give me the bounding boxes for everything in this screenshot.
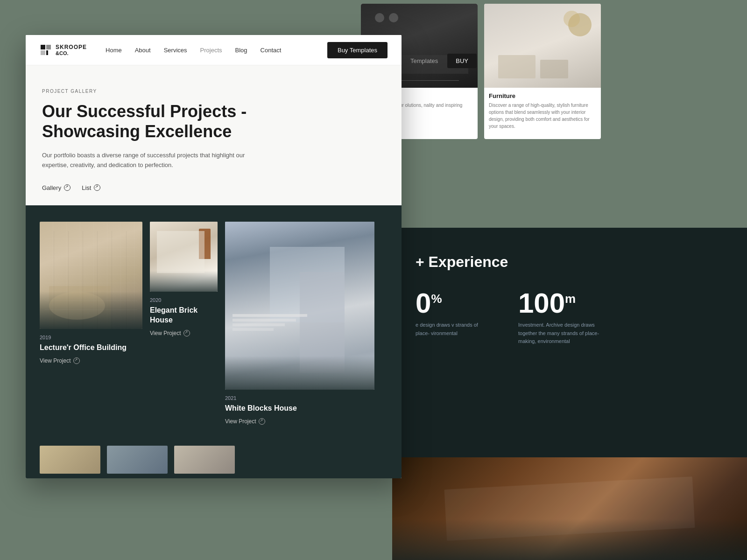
hero-links: Gallery List	[42, 184, 385, 191]
nav-blog[interactable]: Blog	[235, 47, 247, 54]
project-2-title: Elegant Brick House	[150, 306, 218, 325]
list-arrow-icon	[94, 184, 100, 191]
writing-img	[392, 457, 747, 560]
project-3-link[interactable]: View Project	[225, 418, 374, 425]
project-img-3	[225, 222, 374, 390]
bg-card-living: Furniture Discover a range of high-quali…	[484, 4, 601, 139]
logo-icon	[40, 44, 52, 56]
stat2-suffix: m	[565, 292, 576, 306]
buy-templates-button[interactable]: Buy Templates	[327, 42, 388, 58]
project-3-link-text: View Project	[225, 418, 256, 425]
thumb-3	[174, 446, 235, 474]
svg-rect-0	[41, 45, 45, 49]
project-3-arrow-icon	[259, 418, 265, 425]
bg-buy-button: BUY	[447, 54, 477, 68]
living-card-title: Furniture	[489, 92, 596, 99]
project-2-arrow-icon	[183, 330, 190, 336]
projects-section: 2019 Lecture'r Office Building View Proj…	[26, 205, 402, 441]
stat-2: 100m Investment. Archive design draws to…	[518, 289, 612, 346]
project-img-1	[40, 222, 142, 329]
svg-rect-2	[41, 50, 45, 55]
stats-row: 0% e design draws v strands of place- vi…	[416, 289, 724, 346]
thumb-1	[40, 446, 100, 474]
building-1-image	[40, 222, 142, 329]
white-blocks-image	[225, 222, 374, 390]
bg-experience-section: + Experience 0% e design draws v strands…	[392, 228, 747, 470]
nav-services[interactable]: Services	[164, 47, 187, 54]
gallery-arrow-icon	[64, 184, 70, 191]
thumb-2	[107, 446, 168, 474]
logo: SKROOPE &CO.	[40, 44, 87, 56]
nav-links: Home About Services Projects Blog Contac…	[106, 47, 327, 54]
project-1-year: 2019	[40, 335, 142, 340]
project-2-link[interactable]: View Project	[150, 330, 218, 336]
project-2-year: 2020	[150, 297, 218, 303]
nav-contact[interactable]: Contact	[261, 47, 282, 54]
project-card-2: 2020 Elegant Brick House View Project	[150, 222, 218, 336]
project-card-3: 2021 White Blocks House View Project	[225, 222, 374, 425]
project-2-link-text: View Project	[150, 330, 181, 336]
hero-label: PROJECT GALLERY	[42, 89, 385, 94]
hero-section: PROJECT GALLERY Our Successful Projects …	[26, 65, 402, 205]
gradient-overlay	[392, 519, 747, 560]
project-img-2	[150, 222, 218, 292]
svg-rect-3	[46, 50, 48, 55]
project-1-arrow-icon	[73, 357, 80, 364]
stat2-value: 100m	[518, 289, 612, 317]
living-img	[484, 4, 601, 88]
hero-description: Our portfolio boasts a diverse range of …	[42, 151, 252, 170]
living-card-body: Furniture Discover a range of high-quali…	[484, 88, 601, 134]
stat1-value: 0%	[416, 289, 490, 317]
nav-home[interactable]: Home	[106, 47, 122, 54]
brick-house-image	[150, 222, 218, 292]
project-1-link-text: View Project	[40, 357, 70, 364]
project-3-year: 2021	[225, 395, 374, 401]
experience-title: + Experience	[416, 253, 724, 271]
project-card-1: 2019 Lecture'r Office Building View Proj…	[40, 222, 142, 364]
navigation: SKROOPE &CO. Home About Services Project…	[26, 35, 402, 65]
list-link-text: List	[82, 184, 91, 191]
nav-about[interactable]: About	[135, 47, 151, 54]
bg-writing-section	[392, 457, 747, 560]
projects-grid: 2019 Lecture'r Office Building View Proj…	[40, 222, 388, 425]
bg-nav-area: Templates BUY	[410, 54, 477, 68]
main-window: SKROOPE &CO. Home About Services Project…	[26, 35, 402, 478]
bottom-thumbnails	[26, 441, 402, 478]
experience-content: + Experience 0% e design draws v strands…	[392, 228, 747, 371]
list-link[interactable]: List	[82, 184, 100, 191]
project-1-title: Lecture'r Office Building	[40, 343, 142, 353]
gallery-link[interactable]: Gallery	[42, 184, 70, 191]
stat1-text: e design draws v strands of place- viron…	[416, 321, 490, 337]
hero-title: Our Successful Projects - Showcasing Exc…	[42, 101, 285, 141]
logo-line1: SKROOPE	[56, 44, 87, 50]
svg-rect-1	[46, 45, 51, 49]
nav-projects[interactable]: Projects	[200, 47, 222, 54]
gallery-link-text: Gallery	[42, 184, 61, 191]
stat1-suffix: %	[431, 292, 442, 306]
stat2-text: Investment. Archive design draws togethe…	[518, 321, 612, 346]
bg-templates-label: Templates	[410, 57, 438, 64]
living-card-text: Discover a range of high-quality, stylis…	[489, 102, 596, 130]
project-1-link[interactable]: View Project	[40, 357, 142, 364]
project-3-title: White Blocks House	[225, 404, 374, 413]
logo-line2: &CO.	[56, 50, 87, 56]
stat-1: 0% e design draws v strands of place- vi…	[416, 289, 490, 346]
logo-text: SKROOPE &CO.	[56, 44, 87, 56]
